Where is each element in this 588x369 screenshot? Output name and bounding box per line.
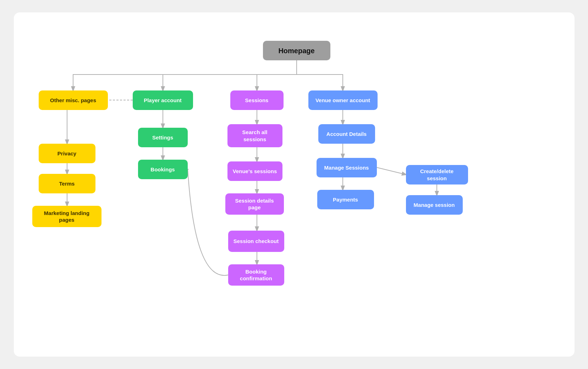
- manage-session-node: Manage session: [406, 195, 463, 215]
- connectors-svg: [14, 12, 575, 357]
- venues-sessions-node: Venue's sessions: [227, 161, 282, 181]
- session-details-node: Session details page: [225, 193, 284, 215]
- privacy-node: Privacy: [39, 144, 95, 163]
- homepage-node: Homepage: [263, 41, 330, 60]
- sessions-node: Sessions: [230, 90, 284, 110]
- bookings-node: Bookings: [138, 160, 188, 179]
- venue-owner-node: Venue owner account: [308, 90, 378, 110]
- canvas: Homepage Other misc. pages Player accoun…: [14, 12, 575, 357]
- search-sessions-node: Search all sessions: [227, 124, 282, 147]
- booking-confirmation-node: Booking confirmation: [228, 264, 284, 286]
- settings-node: Settings: [138, 128, 188, 147]
- session-checkout-node: Session checkout: [228, 231, 284, 252]
- manage-sessions-node: Manage Sessions: [317, 158, 377, 177]
- other-misc-node: Other misc. pages: [39, 90, 108, 110]
- terms-node: Terms: [39, 174, 95, 193]
- player-account-node: Player account: [133, 90, 193, 110]
- payments-node: Payments: [317, 190, 374, 209]
- create-delete-node: Create/delete session: [406, 165, 468, 184]
- marketing-node: Marketing landing pages: [32, 206, 101, 227]
- account-details-node: Account Details: [318, 124, 375, 144]
